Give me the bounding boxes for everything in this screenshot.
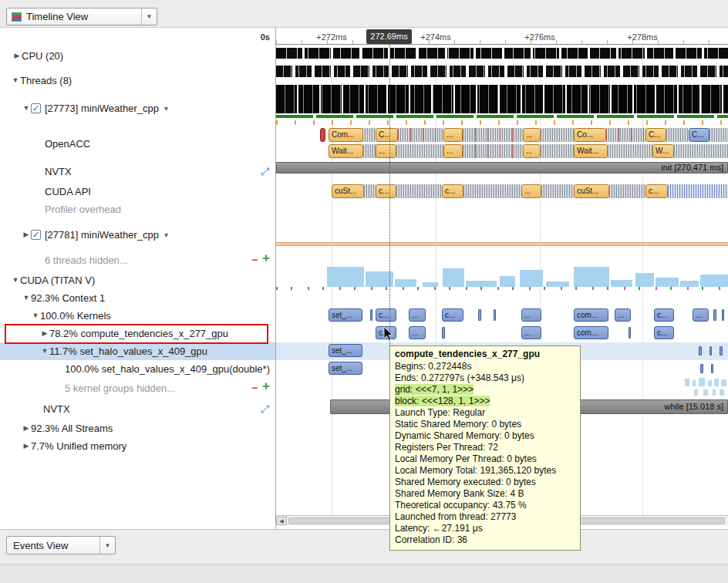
tree-row-set-halo[interactable]: ▼ 11.7% set_halo_values_x_409_gpu (0, 342, 275, 359)
show-row-button[interactable]: + (262, 381, 270, 392)
tree-row-openacc[interactable]: OpenACC (0, 135, 275, 152)
activity-stripes (608, 144, 652, 158)
row-options-caret-icon[interactable]: ▾ (164, 104, 168, 113)
kernel-range[interactable]: ... (521, 308, 541, 322)
tree-row-kernel-groups-hidden[interactable]: 5 kernel groups hidden... (0, 379, 275, 396)
compute-tendencies-kernel[interactable] (629, 327, 631, 339)
openacc-range[interactable]: Com... (329, 128, 363, 142)
set-halo-kernel[interactable] (720, 346, 723, 356)
kernel-range[interactable]: ... (409, 308, 426, 322)
kernel-range[interactable]: c... (654, 308, 674, 322)
events-view-dropdown[interactable]: Events View ▼ (6, 536, 116, 554)
openacc-wait-range[interactable]: ... (376, 144, 396, 158)
openacc-wait-range[interactable]: W... (652, 144, 674, 158)
compute-tendencies-kernel[interactable] (442, 327, 445, 339)
openacc-range[interactable]: ... (443, 128, 463, 142)
chevron-right-icon[interactable]: ▶ (22, 231, 31, 238)
expand-row-icon[interactable]: ⤢ (261, 165, 269, 178)
kernel-range[interactable]: ... (693, 308, 709, 322)
checkbox-checked[interactable]: ✓ (31, 230, 41, 240)
chevron-right-icon[interactable]: ▶ (22, 424, 31, 432)
tree-row-context-1[interactable]: ▼ 92.3% Context 1 (0, 289, 275, 306)
openacc-range[interactable]: Co... (574, 128, 606, 142)
tree-row-kernels[interactable]: ▼ 100.0% Kernels (0, 307, 275, 324)
set-halo-kernel-instance[interactable] (700, 364, 703, 373)
tree-row-all-streams[interactable]: ▶ 92.3% All Streams (0, 420, 275, 436)
activity-stripes (396, 144, 443, 158)
scroll-left-button[interactable]: ◀ (276, 517, 287, 525)
row-options-caret-icon[interactable]: ▾ (164, 231, 168, 239)
ruler-baseline (276, 44, 728, 45)
chevron-down-icon: ▼ (99, 537, 115, 554)
cuda-api-call[interactable]: cuSt... (332, 184, 364, 198)
kernel-range[interactable] (713, 309, 716, 321)
set-halo-kernel-instance[interactable] (711, 364, 713, 373)
activity-stripes (363, 144, 376, 158)
hidden-kernel-activity (699, 378, 705, 386)
cuda-api-call[interactable]: ... (521, 184, 541, 198)
tree-row-cpu[interactable]: ▶ CPU (20) (0, 47, 275, 64)
chevron-down-icon[interactable]: ▼ (22, 294, 31, 302)
openacc-event[interactable] (320, 128, 325, 142)
tree-row-nvtx-cuda[interactable]: NVTX (0, 400, 275, 417)
hide-row-button[interactable]: − (251, 382, 258, 393)
tree-row-process-27773[interactable]: ▼ ✓ [27773] miniWeather_cpp ▾ (0, 99, 275, 116)
chevron-down-icon[interactable]: ▼ (11, 276, 20, 284)
expand-row-icon[interactable]: ⤢ (261, 403, 269, 416)
tooltip-line: block: <<<128, 1, 1>>> (395, 396, 575, 407)
tree-row-process-27781[interactable]: ▶ ✓ [27781] miniWeather_cpp ▾ (0, 226, 275, 243)
chevron-down-icon[interactable]: ▼ (22, 104, 31, 112)
tree-row-cuda-device[interactable]: ▼ CUDA (TITAN V) (0, 271, 275, 288)
nvtx-init-range[interactable]: init [270.471 ms] (276, 162, 728, 174)
tooltip-line: Ends: 0.272797s (+348.543 μs) (395, 372, 575, 384)
kernel-range[interactable] (722, 309, 724, 321)
cuda-api-call[interactable]: c... (442, 184, 463, 198)
compute-tendencies-kernel[interactable]: ... (521, 326, 541, 339)
tree-row-unified-memory[interactable]: ▶ 7.7% Unified memory (0, 437, 275, 454)
set-halo-kernel[interactable] (699, 346, 702, 356)
tree-row-set-halo-instance[interactable]: 100.0% set_halo_values_x_409_gpu(double*… (0, 360, 275, 377)
kernel-range[interactable]: ... (615, 308, 631, 322)
cuda-api-call[interactable]: cuSt... (574, 184, 609, 198)
kernel-range[interactable] (370, 309, 372, 321)
tree-row-nvtx-27773[interactable]: NVTX (0, 163, 275, 180)
openacc-range[interactable]: C... (376, 128, 398, 142)
compute-tendencies-kernel[interactable]: com... (574, 326, 608, 339)
kernel-range[interactable]: set_... (329, 308, 362, 322)
openacc-range[interactable]: C... (645, 128, 666, 142)
kernel-range[interactable]: com... (574, 308, 608, 322)
checkbox-checked[interactable]: ✓ (31, 103, 41, 113)
show-row-button[interactable]: + (262, 253, 270, 264)
openacc-wait-range[interactable]: Wait... (329, 144, 363, 158)
tooltip-line: Registers Per Thread: 72 (395, 442, 575, 453)
kernel-range[interactable]: c... (442, 308, 463, 322)
tooltip-line: Local Memory Total: 191,365,120 bytes (395, 465, 575, 477)
kernel-range[interactable] (478, 309, 481, 321)
kernel-range[interactable] (494, 309, 496, 321)
tree-row-threads[interactable]: ▼ Threads (8) (0, 72, 275, 89)
cuda-api-call[interactable]: c... (645, 184, 668, 198)
openacc-wait-range[interactable]: ... (523, 144, 541, 158)
openacc-wait-range[interactable]: Wait... (574, 144, 608, 158)
compute-tendencies-kernel[interactable]: ... (409, 326, 426, 339)
compute-tendencies-kernel[interactable]: c... (654, 326, 674, 339)
view-selector-dropdown[interactable]: Timeline View ▼ (6, 8, 157, 25)
set-halo-kernel[interactable]: set_... (329, 344, 362, 357)
chevron-down-icon[interactable]: ▼ (40, 347, 49, 355)
openacc-range[interactable]: ... (523, 128, 541, 142)
openacc-wait-range[interactable]: ... (443, 144, 463, 158)
activity-stripes (541, 144, 574, 158)
openacc-range[interactable]: C... (689, 128, 709, 142)
chevron-right-icon[interactable]: ▶ (12, 52, 22, 59)
chevron-down-icon[interactable]: ▼ (11, 76, 20, 84)
kernel-range[interactable]: c... (376, 308, 396, 322)
cuda-api-call[interactable]: c... (376, 184, 396, 198)
set-halo-kernel[interactable] (709, 346, 712, 356)
tree-row-profiler-overhead[interactable]: Profiler overhead (0, 201, 275, 217)
hide-row-button[interactable]: − (251, 254, 258, 265)
tree-row-threads-hidden[interactable]: 6 threads hidden... (0, 251, 275, 268)
chevron-down-icon[interactable]: ▼ (31, 312, 40, 319)
chevron-right-icon[interactable]: ▶ (22, 442, 31, 450)
set-halo-kernel-instance[interactable]: set_... (329, 362, 362, 375)
tree-row-cuda-api[interactable]: CUDA API (0, 183, 275, 200)
